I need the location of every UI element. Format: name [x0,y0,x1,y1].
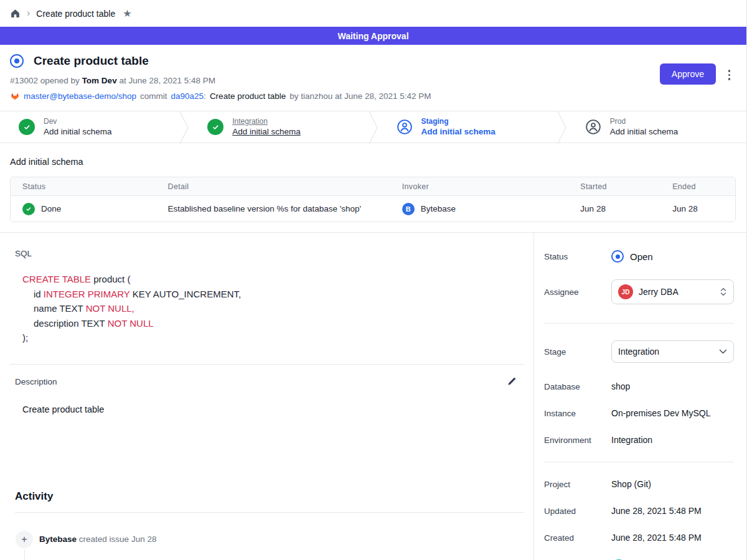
status-value: Open [630,251,653,262]
main-content: SQL CREATE TABLE product ( id INTEGER PR… [0,232,746,560]
stage-task-label[interactable]: Add initial schema [421,126,496,137]
col-detail: Detail [156,177,390,196]
task-ended: Jun 28 [660,196,735,222]
task-detail: Established baseline version %s for data… [156,196,390,222]
stage-separator [369,111,378,144]
pencil-icon [507,376,517,386]
sql-line: description TEXT NOT NULL [22,316,524,331]
jerry-avatar: JD [618,284,633,299]
col-ended: Ended [660,177,735,196]
up-down-chevron-icon [720,287,727,297]
issue-meta: #13002 opened by Tom Dev at June 28, 202… [10,76,736,85]
environment-label: Environment [544,436,611,445]
stage-task-label[interactable]: Add initial schema [232,126,301,137]
sidebar-divider [544,462,734,462]
left-column: SQL CREATE TABLE product ( id INTEGER PR… [0,233,534,560]
stage-task-label[interactable]: Add initial schema [610,126,679,137]
col-status: Status [11,177,156,196]
created-label: Created [544,533,611,543]
stage-label: Stage [544,347,611,357]
assignee-label: Assignee [544,287,611,297]
stage-task-label[interactable]: Add initial schema [44,126,112,137]
stage-dev[interactable]: Dev Add initial schema [0,111,180,142]
stage-env-label: Staging [421,117,496,126]
gitlab-icon [10,91,20,101]
commit-branch-link[interactable]: master@bytebase-demo/shop [24,91,136,101]
issue-id: #13002 opened by [10,76,80,85]
stage-pipeline: Dev Add initial schema Integration Add i… [0,111,746,143]
sidebar-divider [544,323,734,324]
task-table-row[interactable]: Done Established baseline version %s for… [11,196,735,222]
stage-staging-active[interactable]: Staging Add initial schema [378,111,558,142]
activity-title: Activity [15,490,524,503]
home-icon[interactable] [10,8,21,19]
sql-line: name TEXT NOT NULL, [22,301,524,316]
assignee-value: Jerry DBA [639,287,714,297]
breadcrumb: › Create product table ★ [0,0,746,27]
open-issue-icon [10,54,24,68]
stage-pending-user-icon [585,119,601,135]
updated-label: Updated [544,506,611,516]
stage-integration[interactable]: Integration Add initial schema [189,111,369,142]
commit-hash-link[interactable]: da90a25 [171,91,204,101]
commit-word: commit [140,91,167,101]
issue-author[interactable]: Tom Dev [82,76,117,85]
chevron-down-icon [719,349,727,354]
stage-env-label: Prod [610,117,679,126]
sql-line: CREATE TABLE product ( [22,272,524,287]
task-invoker: Bytebase [421,204,456,213]
bytebase-issue-page: › Create product table ★ Waiting Approva… [0,0,747,560]
plus-icon: + [16,531,33,548]
task-table-header-row: Status Detail Invoker Started Ended [11,177,735,196]
status-banner-text: Waiting Approval [337,31,408,41]
stage-env-label: Integration [232,117,301,126]
breadcrumb-chevron-icon: › [27,8,30,18]
activity-connector-line [24,549,25,560]
instance-label: Instance [544,409,611,418]
description-text[interactable]: Create product table [22,404,524,414]
database-value: shop [611,381,630,391]
activity-action: created issue [79,534,129,544]
sql-code-block: CREATE TABLE product ( id INTEGER PRIMAR… [22,272,524,345]
favorite-star-icon[interactable]: ★ [123,7,131,19]
stage-select[interactable]: Integration [611,340,734,363]
issue-header: Create product table #13002 opened by To… [0,45,746,111]
task-title: Add initial schema [10,157,736,167]
section-divider [10,364,524,365]
approve-button[interactable]: Approve [660,63,716,85]
assignee-select[interactable]: JD Jerry DBA [611,279,734,304]
created-value: June 28, 2021 5:48 PM [611,533,702,543]
activity-date: Jun 28 [131,534,157,544]
instance-value: On-premises Dev MySQL [611,408,710,418]
col-invoker: Invoker [390,177,569,196]
updated-value: June 28, 2021 5:48 PM [611,506,702,516]
stage-done-check-icon [19,119,35,135]
project-value[interactable]: Shop (Git) [611,479,651,489]
sql-line: id INTEGER PRIMARY KEY AUTO_INCREMENT, [22,287,524,302]
breadcrumb-title[interactable]: Create product table [36,9,115,19]
activity-item: + Bytebase created issue Jun 28 [16,531,524,548]
done-check-icon [22,203,35,215]
sql-label: SQL [15,249,524,258]
activity-divider [15,512,524,513]
stage-prod[interactable]: Prod Add initial schema [566,111,746,142]
stage-separator [558,111,566,144]
edit-description-button[interactable] [505,375,519,390]
more-actions-kebab-icon[interactable] [727,68,732,82]
description-label: Description [15,377,57,386]
commit-author-time: by tianzhou at June 28, 2021 5:42 PM [289,91,431,101]
task-table: Status Detail Invoker Started Ended Done… [10,177,736,222]
commit-message: Create product table [210,91,286,101]
stage-separator [180,111,189,144]
commit-colon: : [204,91,206,101]
open-status-icon [611,250,624,263]
task-started: Jun 28 [568,196,660,222]
issue-opened-time: at June 28, 2021 5:48 PM [119,76,215,85]
activity-author: Bytebase [39,534,77,544]
stage-env-label: Dev [44,117,112,126]
task-status: Done [41,204,61,213]
database-label: Database [544,382,611,391]
col-started: Started [568,177,660,196]
project-label: Project [544,480,611,489]
status-label: Status [544,252,611,261]
